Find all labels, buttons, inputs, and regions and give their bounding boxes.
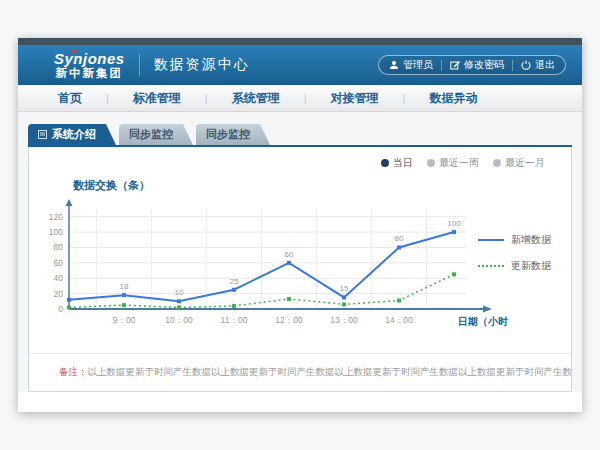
edit-icon: [450, 60, 460, 70]
nav-item-home[interactable]: 首页: [34, 90, 106, 107]
radio-last-week[interactable]: 最近一周: [427, 156, 479, 170]
footnote: 备注：以上数据更新于时间产生数据以上数据更新于时间产生数据以上数据更新于时间产生…: [29, 353, 571, 391]
app-header: Synjones 新中新集团 数据资源中心 管理员 修改密码 退出: [18, 45, 582, 85]
nav-item-system-mgmt[interactable]: 系统管理: [208, 90, 304, 107]
svg-text:10: 10: [175, 288, 184, 297]
chart-panel: 当日 最近一周 最近一月 数据交换（条） 0204060801001209：00…: [28, 147, 572, 392]
svg-text:20: 20: [54, 289, 64, 299]
tab-bar: 系统介绍 同步监控 同步监控: [28, 124, 572, 145]
dotted-line-icon: [478, 265, 504, 267]
svg-text:18: 18: [120, 282, 129, 291]
nav-item-interface-mgmt[interactable]: 对接管理: [307, 90, 403, 107]
tab-sync-monitor-2[interactable]: 同步监控: [196, 124, 270, 145]
svg-text:120: 120: [49, 212, 63, 222]
svg-text:60: 60: [54, 258, 64, 268]
user-icon: [389, 60, 399, 70]
svg-text:9：00: 9：00: [113, 315, 136, 325]
legend-item-new-data[interactable]: 新增数据: [478, 233, 551, 247]
svg-text:11：00: 11：00: [221, 315, 248, 325]
page-title: 数据资源中心: [154, 56, 250, 74]
radio-dot-icon: [381, 159, 389, 167]
svg-text:13：00: 13：00: [330, 315, 358, 325]
footnote-label: 备注：: [59, 366, 88, 377]
radio-dot-icon: [427, 159, 435, 167]
tab-system-intro[interactable]: 系统介绍: [28, 124, 116, 145]
svg-text:14：00: 14：00: [385, 315, 413, 325]
legend-item-update-data[interactable]: 更新数据: [478, 259, 551, 273]
radio-today[interactable]: 当日: [381, 156, 413, 170]
header-divider: [139, 54, 140, 76]
chart-legend: 新增数据 更新数据: [478, 233, 551, 273]
logo-text-en: Synjones: [54, 51, 125, 67]
document-icon: [38, 130, 47, 139]
pill-separator: [441, 60, 442, 71]
svg-text:100: 100: [49, 227, 63, 237]
svg-text:日期（小时）: 日期（小时）: [458, 316, 509, 327]
nav-item-standard-mgmt[interactable]: 标准管理: [109, 90, 205, 107]
svg-text:40: 40: [54, 273, 64, 283]
svg-text:25: 25: [230, 277, 239, 286]
svg-text:80: 80: [54, 242, 64, 252]
main-nav: 首页 | 标准管理 | 系统管理 | 对接管理 | 数据异动: [18, 85, 582, 112]
svg-text:15: 15: [340, 284, 349, 293]
content-area: 系统介绍 同步监控 同步监控 当日 最近一周: [18, 112, 582, 392]
company-logo: Synjones 新中新集团: [54, 51, 125, 79]
pill-separator: [512, 60, 513, 71]
footnote-text: 以上数据更新于时间产生数据以上数据更新于时间产生数据以上数据更新于时间产生数据以…: [88, 366, 572, 377]
nav-item-data-change[interactable]: 数据异动: [405, 90, 501, 107]
svg-text:100: 100: [447, 219, 461, 228]
svg-text:80: 80: [395, 234, 404, 243]
y-axis-title: 数据交换（条）: [73, 178, 150, 193]
radio-dot-icon: [493, 159, 501, 167]
svg-text:0: 0: [58, 304, 63, 314]
window-top-strip: [18, 38, 582, 45]
app-window: Synjones 新中新集团 数据资源中心 管理员 修改密码 退出 首页 | 标…: [18, 38, 582, 412]
svg-text:60: 60: [285, 250, 294, 259]
logout-button[interactable]: 退出: [521, 58, 555, 72]
logo-text-cn: 新中新集团: [54, 67, 125, 79]
svg-text:10：00: 10：00: [165, 315, 193, 325]
admin-user-button[interactable]: 管理员: [389, 58, 433, 72]
change-password-button[interactable]: 修改密码: [450, 58, 504, 72]
time-range-filter: 当日 最近一周 最近一月: [381, 156, 545, 170]
svg-text:12：00: 12：00: [275, 315, 303, 325]
line-chart: 0204060801001209：0010：0011：0012：0013：001…: [39, 197, 509, 349]
user-toolbar: 管理员 修改密码 退出: [378, 55, 566, 75]
solid-line-icon: [478, 239, 504, 241]
power-icon: [521, 60, 531, 70]
radio-last-month[interactable]: 最近一月: [493, 156, 545, 170]
tab-sync-monitor-1[interactable]: 同步监控: [119, 124, 193, 145]
chart-wrap: 0204060801001209：0010：0011：0012：0013：001…: [39, 197, 509, 353]
